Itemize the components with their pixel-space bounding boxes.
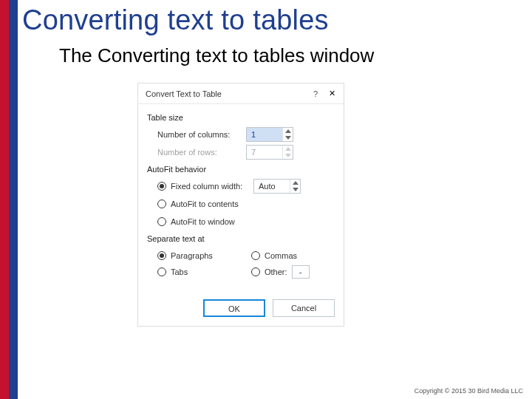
row-number-of-rows: Number of rows: 7 (147, 144, 335, 160)
row-number-of-columns: Number of columns: 1 (147, 126, 335, 143)
spinner-down-button[interactable] (290, 186, 300, 193)
spinner-value: Auto (254, 180, 290, 193)
slide-subtitle: The Converting text to tables window (59, 44, 374, 67)
spinner-value: 7 (247, 146, 282, 159)
help-button[interactable]: ? (310, 89, 321, 98)
label-fixed-column-width: Fixed column width: (171, 182, 253, 191)
label-paragraphs: Paragraphs (171, 251, 213, 260)
dialog-title: Convert Text to Table (146, 89, 310, 98)
label-number-of-rows: Number of rows: (147, 148, 246, 157)
spinner-down-button[interactable] (283, 134, 293, 141)
spinner-fixed-column-width[interactable]: Auto (253, 179, 301, 194)
close-button[interactable]: ✕ (326, 89, 338, 98)
radio-autofit-window[interactable] (157, 217, 166, 226)
radio-fixed-column-width[interactable] (157, 182, 166, 191)
copyright-text: Copyright © 2015 30 Bird Media LLC (415, 387, 523, 395)
ok-button[interactable]: OK (203, 299, 265, 317)
spinner-down-button (283, 152, 293, 159)
accent-bar (0, 0, 18, 399)
label-commas: Commas (265, 251, 297, 260)
group-separate-text: Separate text at Paragraphs Commas T (147, 234, 335, 280)
row-fixed-column-width: Fixed column width: Auto (147, 178, 335, 194)
group-label-autofit: AutoFit behavior (147, 165, 335, 174)
group-table-size: Table size Number of columns: 1 Number o… (147, 113, 335, 160)
spinner-up-button[interactable] (283, 128, 293, 134)
dialog-body: Table size Number of columns: 1 Number o… (138, 104, 344, 292)
group-label-separate-text: Separate text at (147, 234, 335, 243)
spinner-value: 1 (247, 128, 282, 141)
spinner-up-button (283, 146, 293, 152)
radio-autofit-contents[interactable] (157, 200, 166, 208)
radio-commas[interactable] (251, 251, 260, 260)
radio-tabs[interactable] (157, 267, 166, 276)
dialog-titlebar: Convert Text to Table ? ✕ (138, 83, 344, 104)
input-other-separator[interactable]: - (292, 265, 310, 279)
label-number-of-columns: Number of columns: (147, 130, 246, 139)
radio-paragraphs[interactable] (157, 251, 166, 260)
label-other: Other: (265, 267, 287, 276)
spinner-number-of-columns[interactable]: 1 (246, 127, 293, 142)
label-autofit-window: AutoFit to window (171, 217, 235, 226)
group-label-table-size: Table size (147, 113, 335, 122)
spinner-number-of-rows: 7 (246, 145, 293, 160)
radio-other[interactable] (251, 267, 260, 276)
slide-title: Converting text to tables (22, 4, 329, 36)
dialog-button-row: OK Cancel (138, 292, 344, 326)
convert-text-to-table-dialog: Convert Text to Table ? ✕ Table size Num… (137, 83, 344, 327)
label-autofit-contents: AutoFit to contents (171, 200, 239, 208)
label-tabs: Tabs (171, 267, 188, 276)
row-autofit-contents: AutoFit to contents (147, 196, 335, 212)
group-autofit: AutoFit behavior Fixed column width: Aut… (147, 165, 335, 230)
spinner-up-button[interactable] (290, 180, 300, 186)
cancel-button[interactable]: Cancel (273, 299, 335, 317)
row-autofit-window: AutoFit to window (147, 214, 335, 230)
